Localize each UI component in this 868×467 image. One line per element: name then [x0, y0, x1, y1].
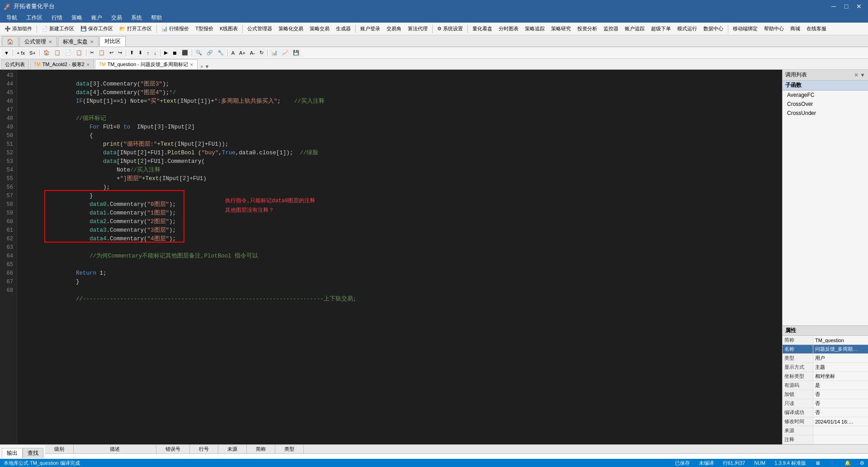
add-component-button[interactable]: ➕ 添加组件 — [2, 24, 35, 34]
menu-market[interactable]: 行情 — [47, 13, 67, 23]
quant-view-button[interactable]: 量化看盘 — [470, 24, 495, 34]
file-tab-question-close[interactable]: ✕ — [190, 62, 193, 67]
mobile-bind-button[interactable]: 移动端绑定 — [730, 24, 760, 34]
t-quote-button[interactable]: T型报价 — [193, 24, 216, 34]
tb2-settings-btn[interactable]: 🔧 — [215, 48, 226, 57]
nav-tab-standard-live[interactable]: 标准_实盘 ✕ — [58, 36, 99, 47]
strategy-trade-button[interactable]: 策略化交易 — [276, 24, 306, 34]
menu-system[interactable]: 系统 — [127, 13, 146, 23]
tb2-debug-btn[interactable]: ⬛ — [179, 48, 190, 57]
tb2-font-down-btn[interactable]: A- — [248, 48, 257, 57]
code-editor[interactable]: 43 44 45 46 47 48 49 50 51 52 53 54 55 5… — [0, 70, 782, 444]
generator-button[interactable]: 生成器 — [333, 24, 354, 34]
online-service-button[interactable]: 在线客服 — [804, 24, 829, 34]
account-tracking-button[interactable]: 账户追踪 — [622, 24, 647, 34]
tb2-link-btn[interactable]: 🔗 — [204, 48, 215, 57]
tb2-next-btn[interactable]: ↓ — [151, 48, 159, 57]
super-order-button[interactable]: 超级下单 — [648, 24, 674, 34]
menu-strategy[interactable]: 策略 — [67, 13, 87, 23]
menu-help[interactable]: 帮助 — [146, 13, 166, 23]
minimize-button[interactable]: ─ — [828, 2, 839, 11]
complex-trade-button[interactable]: 策略交易 — [307, 24, 332, 34]
tb2-search-btn[interactable]: 🔍 — [193, 48, 204, 57]
right-panel-close-btn[interactable]: ✕ ▼ — [854, 72, 865, 78]
strategy-research-button[interactable]: 策略研究 — [548, 24, 574, 34]
timeshare-button[interactable]: 分时图表 — [496, 24, 521, 34]
menu-account[interactable]: 账户 — [87, 13, 107, 23]
file-tab-acold2[interactable]: TM TM_Acold2 - 极寒2 ✕ — [30, 59, 94, 69]
file-tabs-pin-btn[interactable]: × ▼ — [200, 64, 209, 69]
rp-subfunctions-title: 子函数 — [783, 81, 868, 91]
rp-item-crossover[interactable]: CrossOver — [783, 100, 868, 109]
monitor-button[interactable]: 监控器 — [601, 24, 621, 34]
nav-tab-comparison[interactable]: 对比区 — [99, 36, 126, 47]
system-settings-button[interactable]: ⚙ 系统设置 — [434, 24, 466, 34]
data-center-button[interactable]: 数据中心 — [701, 24, 726, 34]
tb2-chart-btn[interactable]: 📊 — [269, 48, 280, 57]
algo-proxy-button[interactable]: 算法代理 — [405, 24, 430, 34]
help-center-button[interactable]: 帮助中心 — [761, 24, 787, 34]
file-tab-acold2-close[interactable]: ✕ — [86, 62, 90, 67]
tb2-save-btn[interactable]: 💾 — [291, 48, 302, 57]
mode-run-button[interactable]: 模式运行 — [675, 24, 700, 34]
new-workspace-button[interactable]: 📄 新建工作区 — [39, 24, 77, 34]
ln-62: 62 — [0, 235, 17, 243]
tb2-font-btn[interactable]: A — [229, 48, 237, 57]
rp-item-averagefc[interactable]: AverageFC — [783, 91, 868, 100]
menu-nav[interactable]: 导航 — [2, 13, 22, 23]
bottom-tab-output[interactable]: 输出 — [2, 448, 23, 458]
menu-trade[interactable]: 交易 — [107, 13, 127, 23]
tb2-s-plus-btn[interactable]: S+ — [27, 48, 38, 57]
tb2-trend-btn[interactable]: 📈 — [280, 48, 291, 57]
code-line-46 — [22, 97, 782, 106]
tb2-btn4[interactable]: 📋 — [52, 48, 63, 57]
tb2-add-formula-btn[interactable]: + fx — [14, 48, 27, 57]
menu-workspace[interactable]: 工作区 — [22, 13, 47, 23]
close-button[interactable]: ✕ — [854, 2, 864, 11]
formula-manager-button[interactable]: 公式管理器 — [245, 24, 275, 34]
trade-button[interactable]: 交易角 — [384, 24, 404, 34]
tb2-btn3[interactable]: 🏠 — [41, 48, 52, 57]
nav-tab-home[interactable]: 🏠 — [2, 36, 19, 47]
nav-tab-standard-close[interactable]: ✕ — [90, 39, 94, 44]
tb2-redo-btn[interactable]: ↪ — [116, 48, 124, 57]
tb2-dropdown-btn[interactable]: ▼ — [2, 48, 11, 57]
prop-row-display: 显示方式 主题 — [783, 363, 868, 372]
tb2-cut-btn[interactable]: ✂ — [88, 48, 96, 57]
nav-tab-formula-close[interactable]: ✕ — [48, 39, 52, 44]
file-tab-question[interactable]: TM TM_question - 问题反馈_多周期标记 ✕ — [95, 59, 198, 69]
save-workspace-button[interactable]: 💾 保存工作区 — [78, 24, 116, 34]
tb2-stop-btn[interactable]: ⏹ — [170, 48, 179, 57]
tb2-font-up-btn[interactable]: A+ — [237, 48, 248, 57]
tb2-refresh-btn[interactable]: ↻ — [257, 48, 266, 57]
nav-tab-formula-management[interactable]: 公式管理 ✕ — [19, 36, 57, 47]
code-content[interactable]: data[3].Commentary("图层3"); data[4].Comme… — [17, 70, 782, 444]
tb2-down-btn[interactable]: ⬇ — [136, 48, 145, 57]
app-title: 开拓者量化平台 — [14, 2, 55, 10]
kline-button[interactable]: K线图表 — [217, 24, 241, 34]
tb2-sep-3 — [86, 49, 86, 57]
account-login-button[interactable]: 账户登录 — [358, 24, 383, 34]
open-workspace-button[interactable]: 📂 打开工作区 — [117, 24, 155, 34]
tb2-btn5[interactable]: 📄 — [63, 48, 74, 57]
code-line-44: data[4].Commentary("图层4");*/ — [22, 80, 782, 89]
rp-item-crossunder[interactable]: CrossUnder — [783, 109, 868, 118]
market-quote-button[interactable]: 📊 行情报价 — [159, 24, 192, 34]
maximize-button[interactable]: □ — [841, 2, 852, 11]
shop-button[interactable]: 商城 — [788, 24, 803, 34]
annotation-text-1: 执行指令,只能标记data0图层的注释 — [225, 197, 315, 205]
ln-43: 43 — [0, 71, 17, 80]
tb2-copy-btn[interactable]: 📋 — [96, 48, 107, 57]
tb2-btn6[interactable]: 📋 — [74, 48, 85, 57]
bottom-tab-find[interactable]: 查找 — [23, 448, 43, 458]
etcol-linenum: 行号 — [190, 445, 218, 453]
file-tab-formula-list[interactable]: 公式列表 — [1, 59, 29, 69]
strategy-tracking-button[interactable]: 策略追踪 — [522, 24, 547, 34]
tb2-run-btn[interactable]: ▶ — [162, 48, 170, 57]
tb2-prev-btn[interactable]: ↑ — [145, 48, 152, 57]
tb2-undo-btn[interactable]: ↩ — [107, 48, 116, 57]
file-tab-question-label: TM_question - 问题反馈_多周期标记 — [107, 61, 188, 68]
invest-analysis-button[interactable]: 投资分析 — [575, 24, 600, 34]
tb2-up-btn[interactable]: ⬆ — [127, 48, 136, 57]
prop-val-name: 问题反馈_多周期… — [813, 346, 868, 353]
